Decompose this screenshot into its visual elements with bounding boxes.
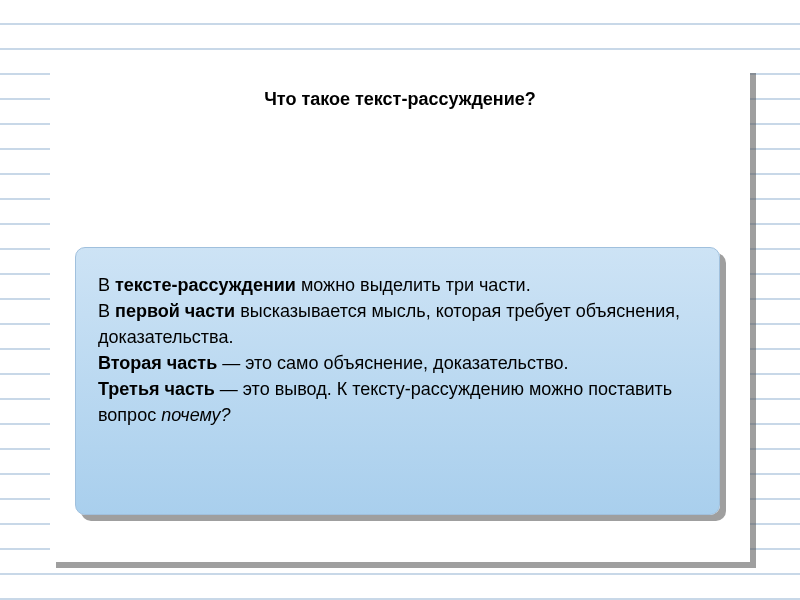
bold-term: Вторая часть [98,353,217,373]
text-fragment: В [98,301,115,321]
text-fragment: — это само объяснение, доказательство. [217,353,568,373]
text-fragment: В [98,275,115,295]
slide-heading: Что такое текст-рассуждение? [50,89,750,110]
content-box: В тексте-рассуждении можно выделить три … [75,247,720,515]
content-text: В тексте-рассуждении можно выделить три … [98,272,697,429]
italic-term: почему? [161,405,231,425]
text-fragment: можно выделить три части. [296,275,531,295]
bold-term: первой части [115,301,235,321]
bold-term: Третья часть [98,379,215,399]
slide-frame: Что такое текст-рассуждение? В тексте-ра… [50,67,750,562]
bold-term: тексте-рассуждении [115,275,296,295]
